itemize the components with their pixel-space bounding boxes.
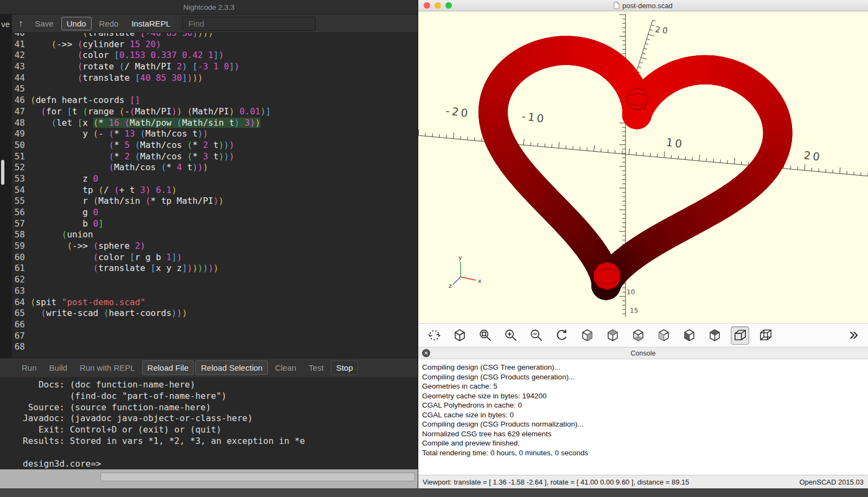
code-line[interactable]: 43 (rotate (/ Math/PI 2) [-3 1 0])	[12, 61, 418, 73]
code-line[interactable]: 57 b 0]	[12, 218, 418, 230]
left-scrollbar-thumb[interactable]	[1, 160, 4, 185]
line-number: 46	[12, 95, 30, 106]
code-line[interactable]: 44 (translate [40 85 30])))	[12, 73, 418, 84]
code-line[interactable]: 65 (write-scad (heart-coords)))	[12, 308, 418, 319]
view-bottom-icon[interactable]	[629, 326, 647, 345]
code-line[interactable]: 53 z 0	[12, 173, 418, 185]
find-input[interactable]	[182, 17, 316, 31]
stop-button[interactable]: Stop	[331, 360, 359, 375]
zoom-out-icon[interactable]	[527, 326, 545, 345]
code-line[interactable]: 48 (let [x (* 16 (Math/pow (Math/sin t) …	[12, 118, 418, 129]
svg-text:x: x	[478, 277, 482, 285]
zoom-all-icon[interactable]	[450, 326, 469, 345]
go-up-button[interactable]: ↑	[14, 17, 28, 30]
zoom-window-icon[interactable]	[476, 326, 494, 345]
orthographic-icon[interactable]	[756, 326, 775, 345]
3d-viewport: -20-1010202051015yxz	[418, 11, 868, 323]
line-number: 43	[12, 61, 30, 73]
code-line[interactable]: 56 g 0	[12, 207, 418, 218]
zoom-in-icon[interactable]	[501, 326, 520, 345]
editor-lines[interactable]: 40 (translate [-40 85 30])))41 (->> (cyl…	[12, 33, 418, 353]
code-line[interactable]: 46(defn heart-coords []	[12, 95, 418, 106]
view-back-icon[interactable]	[705, 326, 724, 345]
view-front-icon[interactable]	[680, 326, 698, 345]
window-bottom-chrome	[0, 469, 418, 488]
save-button[interactable]: Save	[30, 17, 59, 30]
perspective-icon[interactable]	[731, 326, 749, 345]
line-number: 42	[12, 50, 30, 61]
reset-view-icon[interactable]	[552, 326, 571, 345]
code-line[interactable]: 67	[12, 331, 418, 342]
line-number: 44	[12, 73, 30, 84]
code-line[interactable]: 49 y (- (* 13 (Math/cos t))	[12, 128, 418, 140]
fullscreen-button[interactable]	[445, 2, 452, 9]
test-button[interactable]: Test	[303, 360, 329, 375]
redo-button[interactable]: Redo	[94, 17, 124, 30]
view-right-icon[interactable]	[578, 326, 596, 345]
code-line[interactable]: 63	[12, 286, 418, 297]
tip-sphere	[593, 262, 621, 290]
repl-line: Source: (source function-name-here)	[23, 402, 418, 414]
console-output[interactable]: Compiling design (CSG Tree generation)..…	[418, 359, 868, 475]
repl-line: Exit: Control+D or (exit) or (quit)	[23, 424, 418, 436]
repl-line	[23, 447, 418, 459]
console-line: Geometry cache size in bytes: 194200	[422, 391, 868, 401]
close-button[interactable]	[424, 2, 430, 9]
code-line[interactable]: 68	[12, 341, 418, 353]
nightcode-window: Nightcode 2.3.3 ↑ Save Undo Redo InstaRE…	[0, 0, 418, 488]
code-line[interactable]: 54 tp (/ (+ t 3) 6.1)	[12, 185, 418, 196]
console-line: Compiling design (CSG Products generatio…	[422, 372, 868, 382]
code-line[interactable]: 60 (color [r g b 1])	[12, 252, 418, 263]
repl-line: (find-doc "part-of-name-here")	[23, 391, 418, 402]
nightcode-toolbar: ↑ Save Undo Redo InstaREPL	[0, 15, 418, 33]
code-line[interactable]: 41 (->> (cylinder 15 20)	[12, 39, 418, 50]
line-number: 59	[12, 241, 30, 252]
code-line[interactable]: 45	[12, 83, 418, 95]
close-console-button[interactable]: ✕	[422, 349, 430, 357]
code-line[interactable]: 64(spit "post-demo.scad"	[12, 297, 418, 308]
viewport-canvas[interactable]: -20-1010202051015yxz	[418, 11, 868, 323]
line-number: 57	[12, 218, 30, 230]
screen: Nightcode 2.3.3 ↑ Save Undo Redo InstaRE…	[0, 0, 868, 497]
code-line[interactable]: 59 (->> (sphere 2)	[12, 241, 418, 252]
code-line[interactable]: 52 (Math/cos (* 4 t)))	[12, 162, 418, 173]
run-with-repl-button[interactable]: Run with REPL	[74, 360, 141, 375]
clean-button[interactable]: Clean	[270, 360, 302, 375]
rotate-view-icon[interactable]	[425, 326, 443, 345]
code-line[interactable]: 66	[12, 319, 418, 331]
code-editor[interactable]: 40 (translate [-40 85 30])))41 (->> (cyl…	[0, 33, 418, 358]
code-line[interactable]: 42 (color [0.153 0.337 0.42 1])	[12, 50, 418, 61]
line-number: 64	[12, 297, 30, 308]
line-number: 48	[12, 118, 30, 129]
svg-text:z: z	[449, 282, 452, 289]
console-line: Geometries in cache: 5	[422, 382, 868, 391]
line-number: 65	[12, 308, 30, 319]
reload-file-button[interactable]: Reload File	[142, 360, 194, 375]
repl-pane[interactable]: Docs: (doc function-name-here) (find-doc…	[0, 377, 418, 469]
code-line[interactable]: 40 (translate [-40 85 30])))	[12, 33, 418, 39]
code-line[interactable]: 58 (union	[12, 229, 418, 241]
viewport-status-text: Viewport: translate = [ 1.36 -1.58 -2.64…	[423, 478, 690, 486]
code-line[interactable]: 62	[12, 274, 418, 286]
view-top-icon[interactable]	[603, 326, 622, 345]
undo-button[interactable]: Undo	[61, 17, 92, 30]
line-number: 45	[12, 83, 30, 95]
code-line[interactable]: 50 (* 5 (Math/cos (* 2 t)))	[12, 140, 418, 151]
build-button[interactable]: Build	[44, 360, 73, 375]
clipped-button-edge[interactable]: ve	[0, 20, 12, 29]
reload-selection-button[interactable]: Reload Selection	[195, 360, 267, 375]
repl-prompt[interactable]: design3d.core=>	[23, 459, 418, 469]
horizontal-scrollbar[interactable]	[100, 473, 415, 481]
more-icon[interactable]	[843, 326, 861, 345]
code-line[interactable]: 61 (translate [x y z]))))))	[12, 263, 418, 274]
view-left-icon[interactable]	[654, 326, 673, 345]
code-line[interactable]: 47 (for [t (range (-(Math/PI)) (Math/PI)…	[12, 106, 418, 118]
line-number: 62	[12, 274, 30, 286]
svg-text:-20: -20	[445, 104, 470, 120]
code-line[interactable]: 51 (* 2 (Math/cos (* 3 t)))	[12, 151, 418, 163]
code-line[interactable]: 55 r (Math/sin (* tp Math/PI))	[12, 196, 418, 207]
heart-model	[478, 36, 793, 300]
instarepl-button[interactable]: InstaREPL	[126, 17, 176, 30]
minimize-button[interactable]	[435, 2, 441, 9]
run-button[interactable]: Run	[16, 360, 42, 375]
